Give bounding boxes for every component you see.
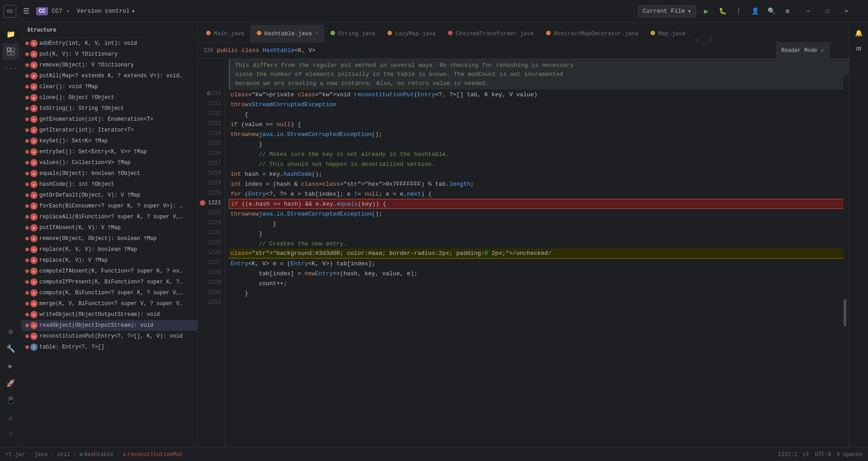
structure-item[interactable]: mgetOrDefault(Object, V): V †Map xyxy=(22,190,198,201)
sidebar-icon-git[interactable]: ⑂ xyxy=(3,427,19,443)
structure-item[interactable]: mput(K, V): V †Dictionary xyxy=(22,49,198,60)
right-icon-notifications[interactable]: 🔔 xyxy=(852,26,866,40)
sidebar-icon-android[interactable]: 📱 xyxy=(3,392,19,409)
structure-item[interactable]: mremove(Object): V †Dictionary xyxy=(22,60,198,71)
structure-item[interactable]: mmerge(K, V, BiFunction<? super V, ? sup… xyxy=(22,298,198,309)
structure-item[interactable]: maddEntry(int, K, V, int): void xyxy=(22,38,198,49)
breadcrumb-jar[interactable]: rt.jar xyxy=(5,452,25,458)
version-control-btn[interactable]: Version control ▾ xyxy=(77,8,135,15)
structure-item[interactable]: mentrySet(): Set<Entry<K, V>> †Map xyxy=(22,146,198,157)
structure-item[interactable]: mcompute(K, BiFunction<? super K, ? supe… xyxy=(22,287,198,298)
line-number: @1210 xyxy=(198,89,225,99)
hamburger-menu[interactable]: ☰ xyxy=(20,5,33,18)
debug-button[interactable]: 🐛 xyxy=(716,5,729,18)
reader-mode-check: ✓ xyxy=(821,47,825,54)
structure-item[interactable]: mkeySet(): Set<K> †Map xyxy=(22,136,198,146)
structure-item[interactable]: mreadObject(ObjectInputStream): void xyxy=(22,320,198,331)
structure-item[interactable]: mforEach(BiConsumer<? super K, ? super V… xyxy=(22,201,198,212)
sidebar-icon-issues[interactable]: ⚠ xyxy=(3,409,19,426)
tab-close-button[interactable]: × xyxy=(316,31,318,36)
reader-mode-bar: Reader Mode ✓ xyxy=(776,42,830,59)
structure-item[interactable]: mtoString(): String †Object xyxy=(22,103,198,114)
structure-item[interactable]: mclear(): void †Map xyxy=(22,81,198,92)
tab-Map-java[interactable]: Map.java xyxy=(644,25,691,42)
structure-item[interactable]: ftable: Entry<?, ?>[] xyxy=(22,342,198,353)
project-dropdown[interactable]: ▾ xyxy=(67,9,70,14)
breadcrumb-util[interactable]: util xyxy=(57,452,70,458)
profile-icon[interactable]: 👤 xyxy=(749,5,761,18)
sidebar-icon-tools[interactable]: 🔧 xyxy=(3,341,19,357)
maximize-button[interactable]: □ xyxy=(818,5,836,18)
sidebar-icon-structure[interactable] xyxy=(3,43,19,60)
structure-item[interactable]: mgetIterator(int): Iterator<T> xyxy=(22,125,198,136)
settings-icon[interactable]: ⚙ xyxy=(781,5,794,18)
sidebar-icon-run[interactable]: ▶ xyxy=(3,358,19,374)
sidebar-icon-settings[interactable]: ⚙ xyxy=(3,324,19,340)
run-button[interactable]: ▶ xyxy=(700,5,712,18)
structure-item[interactable]: mwriteObject(ObjectOutputStream): void xyxy=(22,309,198,320)
more-button[interactable]: ⋮ xyxy=(732,5,745,18)
structure-item[interactable]: mreplaceAll(BiFunction<? super K, ? supe… xyxy=(22,212,198,222)
structure-item[interactable]: mputAll(Map<? extends K, ? extends V>): … xyxy=(22,71,198,81)
structure-header: Structure xyxy=(22,23,198,38)
right-icon-m[interactable]: m xyxy=(852,42,866,55)
tabs-bar: Main.javaHashtable.java×String.javaLazyM… xyxy=(198,23,849,42)
structure-item[interactable]: mreplace(K, V, V): boolean †Map xyxy=(22,244,198,255)
structure-item-label: computeIfAbsent(K, Function<? super K, ?… xyxy=(39,268,184,274)
code-line: } xyxy=(229,229,849,239)
sidebar-icon-deploy[interactable]: 🚀 xyxy=(3,375,19,391)
structure-indicator xyxy=(25,150,29,154)
structure-item[interactable]: mreplace(K, V): V †Map xyxy=(22,255,198,266)
structure-item[interactable]: mremove(Object, Object): boolean †Map xyxy=(22,233,198,244)
structure-item[interactable]: mequals(Object): boolean †Object xyxy=(22,168,198,179)
structure-item-icon: m xyxy=(30,181,38,188)
structure-indicator xyxy=(25,183,29,186)
minimize-button[interactable]: — xyxy=(799,5,817,18)
tab-ChainedTransformer-java[interactable]: ChainedTransformer.java xyxy=(442,25,540,42)
line-number: 1217 xyxy=(198,158,225,168)
tab-String-java[interactable]: String.java xyxy=(324,25,382,42)
structure-item[interactable]: mreconstitutionPut(Entry<?, ?>[], K, V):… xyxy=(22,331,198,342)
structure-item[interactable]: mclone(): Object †Object xyxy=(22,92,198,103)
sidebar-icon-more[interactable]: ··· xyxy=(3,61,19,77)
breadcrumb-java[interactable]: java xyxy=(34,452,47,458)
tab-Hashtable-java[interactable]: Hashtable.java× xyxy=(250,25,324,42)
svg-rect-2 xyxy=(7,52,10,55)
structure-item[interactable]: mhashCode(): int †Object xyxy=(22,179,198,190)
structure-item-label: putAll(Map<? extends K, ? extends V>): v… xyxy=(39,73,184,79)
cursor-position: 1221:1 xyxy=(778,452,797,458)
breadcrumb-method[interactable]: reconstitutionPut xyxy=(127,452,183,458)
structure-item[interactable]: mputIfAbsent(K, V): V †Map xyxy=(22,222,198,233)
tab-AbstractMapDecorator-java[interactable]: AbstractMapDecorator.java xyxy=(540,25,645,42)
structure-item[interactable]: mvalues(): Collection<V> †Map xyxy=(22,157,198,168)
tab-Main-java[interactable]: Main.java xyxy=(200,25,250,42)
tab-label: String.java xyxy=(338,31,376,37)
close-button[interactable]: ✕ xyxy=(837,5,855,18)
structure-item[interactable]: mcomputeIfAbsent(K, Function<? super K, … xyxy=(22,266,198,277)
vertical-scrollbar[interactable] xyxy=(844,75,849,447)
tabs-more-button[interactable]: ⌄ ⋮ xyxy=(691,35,717,42)
code-line: } xyxy=(229,288,849,298)
structure-item-icon: m xyxy=(30,268,38,275)
code-line: class="str">"background:#3d3d00; color:#… xyxy=(229,249,849,259)
tab-icon xyxy=(330,30,335,38)
line-number xyxy=(198,79,225,89)
svg-rect-1 xyxy=(11,48,14,51)
line-number: 1215 xyxy=(198,138,225,148)
structure-indicator xyxy=(25,118,29,121)
current-file-button[interactable]: Current File ▾ xyxy=(638,5,696,17)
structure-item-icon: m xyxy=(30,148,38,155)
tab-label: Hashtable.java xyxy=(264,31,312,37)
structure-item-icon: m xyxy=(30,213,38,221)
sidebar-icon-project[interactable]: 📁 xyxy=(3,26,19,42)
structure-item[interactable]: mgetEnumeration(int): Enumeration<T> xyxy=(22,114,198,125)
structure-item[interactable]: mcomputeIfPresent(K, BiFunction<? super … xyxy=(22,277,198,287)
code-area[interactable]: This differs from the regular put method… xyxy=(225,59,849,447)
tab-LazyMap-java[interactable]: LazyMap.java xyxy=(381,25,442,42)
search-icon[interactable]: 🔍 xyxy=(765,5,778,18)
structure-indicator xyxy=(25,63,29,67)
breadcrumb-hashtable[interactable]: Hashtable xyxy=(84,452,113,458)
scroll-thumb[interactable] xyxy=(844,299,846,326)
line-number: 1223 xyxy=(198,218,225,228)
structure-item-label: writeObject(ObjectOutputStream): void xyxy=(39,311,160,318)
